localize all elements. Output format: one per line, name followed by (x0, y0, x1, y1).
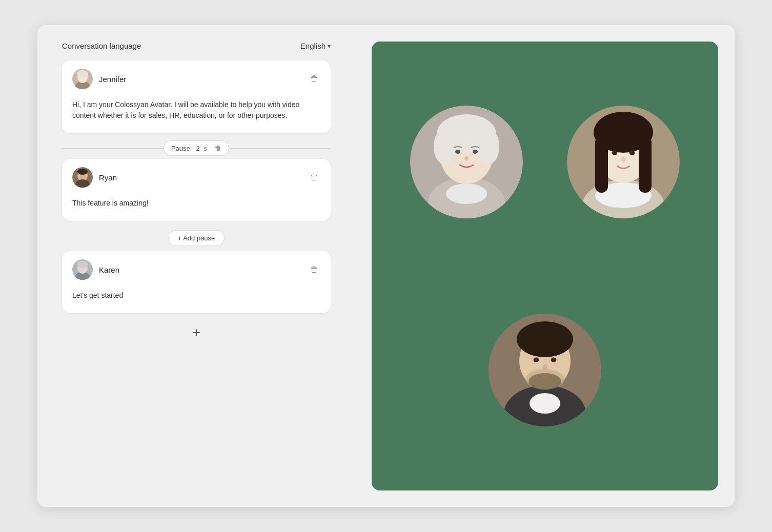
lang-header: Conversation language English ▾ (62, 42, 331, 50)
karen-avatar (72, 259, 93, 280)
svg-point-20 (477, 129, 499, 165)
pause-label: Pause: (171, 145, 192, 152)
right-panel (355, 25, 735, 507)
jennifer-delete-button[interactable]: 🗑 (308, 72, 320, 86)
avatar-preview-elder-woman (410, 106, 523, 218)
svg-point-40 (529, 373, 561, 390)
svg-point-38 (517, 321, 573, 357)
man-portrait (489, 314, 601, 426)
young-woman-portrait (567, 106, 680, 218)
pause-delete-button[interactable]: 🗑 (214, 144, 221, 152)
karen-name: Karen (99, 265, 119, 274)
svg-rect-30 (639, 136, 652, 193)
jennifer-text: Hi, I am your Colossyan Avatar. I will b… (72, 95, 320, 125)
lang-value: English (300, 42, 326, 50)
karen-card: Karen 🗑 Let's get started (62, 251, 331, 313)
svg-point-32 (629, 151, 635, 155)
svg-point-19 (434, 129, 456, 165)
lang-selector[interactable]: English ▾ (300, 42, 331, 50)
avatar-preview-young-woman (567, 106, 680, 218)
svg-rect-29 (595, 136, 608, 193)
karen-avatar-svg (72, 259, 93, 280)
jennifer-avatar-name: Jennifer (72, 69, 126, 89)
jennifer-avatar (72, 69, 93, 89)
add-pause-button[interactable]: + Add pause (168, 230, 225, 246)
svg-point-7 (77, 169, 88, 175)
ryan-avatar (72, 167, 93, 188)
svg-point-31 (612, 151, 618, 155)
svg-point-8 (78, 179, 87, 185)
karen-card-header: Karen 🗑 (72, 259, 320, 280)
ryan-delete-button[interactable]: 🗑 (308, 171, 320, 184)
avatar-preview-man (489, 314, 601, 426)
add-pause-container: + Add pause (62, 230, 331, 246)
svg-point-43 (542, 364, 547, 371)
main-container: Conversation language English ▾ (37, 25, 735, 507)
add-card-button[interactable]: + (192, 325, 200, 340)
left-panel: Conversation language English ▾ (37, 25, 355, 507)
ryan-avatar-svg (72, 167, 93, 188)
svg-point-21 (455, 150, 460, 154)
ryan-name: Ryan (99, 173, 117, 182)
add-container: + (62, 325, 331, 340)
svg-point-12 (77, 261, 88, 268)
jennifer-name: Jennifer (99, 75, 126, 84)
card-header: Jennifer 🗑 (72, 69, 320, 89)
svg-point-41 (534, 358, 539, 362)
karen-text: Let's get started (72, 286, 320, 305)
ryan-avatar-name: Ryan (72, 167, 117, 188)
svg-point-3 (77, 70, 88, 77)
svg-point-42 (551, 358, 557, 362)
svg-point-16 (446, 183, 487, 204)
pause-badge: Pause: 2 s 🗑 (164, 140, 229, 156)
karen-delete-button[interactable]: 🗑 (308, 263, 320, 276)
pause-container: Pause: 2 s 🗑 (62, 140, 331, 156)
chevron-down-icon: ▾ (328, 43, 331, 50)
lang-label: Conversation language (62, 42, 141, 50)
svg-point-36 (530, 393, 560, 414)
ryan-card: Ryan 🗑 This feature is amazing! (62, 159, 331, 221)
elder-woman-portrait (410, 106, 523, 218)
svg-point-22 (473, 150, 478, 154)
svg-point-33 (621, 157, 625, 162)
jennifer-card: Jennifer 🗑 Hi, I am your Colossyan Avata… (62, 60, 331, 133)
jennifer-avatar-svg (72, 69, 93, 89)
karen-avatar-name: Karen (72, 259, 119, 280)
pause-unit: s (204, 145, 208, 152)
pause-value[interactable]: 2 (196, 145, 199, 152)
ryan-card-header: Ryan 🗑 (72, 167, 320, 188)
preview-area (372, 42, 718, 490)
ryan-text: This feature is amazing! (72, 194, 320, 213)
svg-point-23 (464, 156, 469, 161)
